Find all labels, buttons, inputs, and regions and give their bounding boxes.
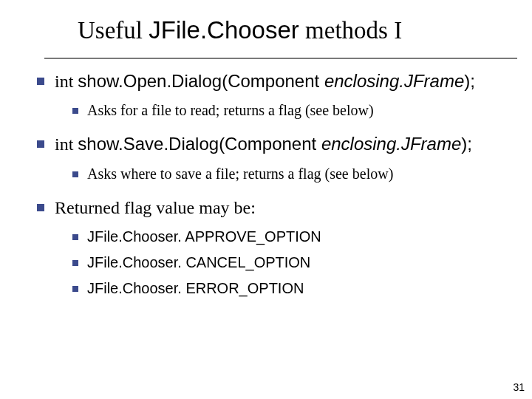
method-code-open: show.Open.Dialog(Component xyxy=(78,71,324,91)
method-arg: enclosing.JFrame xyxy=(324,71,464,91)
method-code-close: ); xyxy=(464,71,475,91)
sub-list: Asks for a file to read; returns a flag … xyxy=(55,100,502,120)
slide: Useful JFile.Chooser methods I int show.… xyxy=(0,0,532,399)
item-text: Returned flag value may be: xyxy=(55,198,256,217)
title-part2: methods I xyxy=(299,17,402,44)
sub-list: Asks where to save a file; returns a fla… xyxy=(55,164,502,184)
method-code-open: show.Save.Dialog(Component xyxy=(78,134,321,154)
method-arg: enclosing.JFrame xyxy=(321,134,461,154)
sub-item: JFile.Chooser. ERROR_OPTION xyxy=(69,279,502,299)
bullet-list: int show.Open.Dialog(Component enclosing… xyxy=(30,69,502,299)
method-return-type: int xyxy=(55,134,78,154)
list-item: int show.Save.Dialog(Component enclosing… xyxy=(34,132,502,183)
sub-item: JFile.Chooser. APPROVE_OPTION xyxy=(69,227,502,247)
sub-item: Asks where to save a file; returns a fla… xyxy=(69,164,502,184)
page-number: 31 xyxy=(513,381,525,393)
sub-item: Asks for a file to read; returns a flag … xyxy=(69,100,502,120)
title-code: JFile.Chooser xyxy=(149,16,299,44)
list-item: Returned flag value may be: JFile.Choose… xyxy=(34,196,502,299)
method-code-close: ); xyxy=(461,134,472,154)
title-part1: Useful xyxy=(78,17,149,44)
slide-title: Useful JFile.Chooser methods I xyxy=(78,16,502,44)
title-underline xyxy=(44,58,517,59)
method-return-type: int xyxy=(55,72,78,91)
list-item: int show.Open.Dialog(Component enclosing… xyxy=(34,69,502,120)
sub-item: JFile.Chooser. CANCEL_OPTION xyxy=(69,253,502,273)
sub-list: JFile.Chooser. APPROVE_OPTION JFile.Choo… xyxy=(55,227,502,299)
